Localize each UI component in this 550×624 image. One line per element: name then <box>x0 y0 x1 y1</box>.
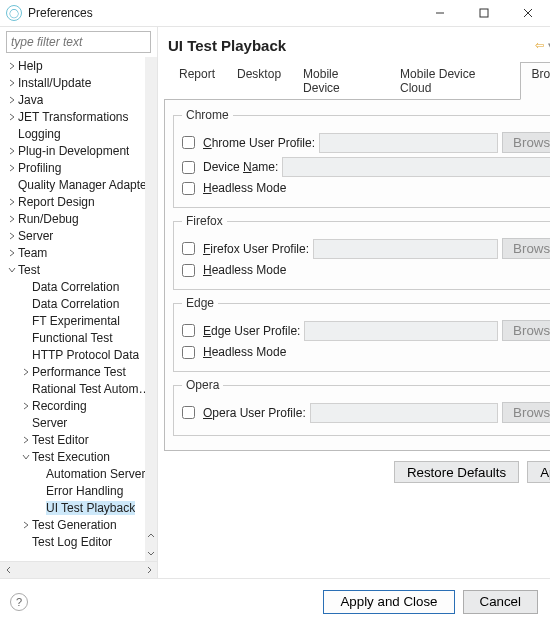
tree-item-label: Server <box>32 416 67 430</box>
browse-button-edge_profile[interactable]: Browse <box>502 320 550 341</box>
tree-item[interactable]: Team <box>2 244 157 261</box>
chevron-right-icon[interactable] <box>20 368 32 376</box>
scroll-right-icon[interactable] <box>140 562 157 579</box>
chevron-right-icon[interactable] <box>6 147 18 155</box>
minimize-button[interactable] <box>418 0 462 26</box>
tree-item[interactable]: Test Editor <box>2 431 157 448</box>
tree-item[interactable]: FT Experimental <box>2 312 157 329</box>
input-chrome_profile[interactable] <box>319 133 498 153</box>
checkbox-chrome_headless[interactable] <box>182 182 195 195</box>
checkbox-chrome_device[interactable] <box>182 161 195 174</box>
chevron-right-icon[interactable] <box>6 249 18 257</box>
tab-report[interactable]: Report <box>168 62 226 100</box>
group-firefox: FirefoxFirefox User Profile:BrowseHeadle… <box>173 214 550 290</box>
tree-item[interactable]: Logging <box>2 125 157 142</box>
tree-item[interactable]: Help <box>2 57 157 74</box>
chevron-right-icon[interactable] <box>20 402 32 410</box>
browse-button-ff_profile[interactable]: Browse <box>502 238 550 259</box>
input-ff_profile[interactable] <box>313 239 498 259</box>
tree-item-label: Server <box>18 229 53 243</box>
input-chrome_device[interactable] <box>282 157 550 177</box>
tree-item[interactable]: Install/Update <box>2 74 157 91</box>
back-icon[interactable]: ⇦ <box>535 39 544 52</box>
tree-item-label: Test Execution <box>32 450 110 464</box>
tree-item[interactable]: Data Correlation <box>2 295 157 312</box>
chevron-right-icon[interactable] <box>6 113 18 121</box>
chevron-right-icon[interactable] <box>6 96 18 104</box>
tree-item-label: Test Log Editor <box>32 535 112 549</box>
chevron-right-icon[interactable] <box>6 198 18 206</box>
tree-item[interactable]: Test Generation <box>2 516 157 533</box>
apply-and-close-button[interactable]: Apply and Close <box>323 590 454 614</box>
tree-item[interactable]: Data Correlation <box>2 278 157 295</box>
setting-label: Opera User Profile: <box>203 406 306 420</box>
tree-item[interactable]: UI Test Playback <box>2 499 157 516</box>
tree-item[interactable]: Automation Server <box>2 465 157 482</box>
tree-vertical-scrollbar[interactable] <box>145 57 157 561</box>
header-nav-buttons: ⇦ ▾ ⇨ ▾ ▾ <box>535 39 551 52</box>
tree-item[interactable]: Test Log Editor <box>2 533 157 550</box>
browse-button-chrome_profile[interactable]: Browse <box>502 132 550 153</box>
close-button[interactable] <box>506 0 550 26</box>
chevron-right-icon[interactable] <box>6 215 18 223</box>
tab-browser[interactable]: Browser <box>520 62 550 100</box>
setting-label: Headless Mode <box>203 345 286 359</box>
checkbox-ff_headless[interactable] <box>182 264 195 277</box>
chevron-down-icon[interactable] <box>6 266 18 274</box>
browse-button-opera_profile[interactable]: Browse <box>502 402 550 423</box>
preferences-tree[interactable]: HelpInstall/UpdateJavaJET Transformation… <box>0 57 157 561</box>
apply-button[interactable]: Apply <box>527 461 550 483</box>
main-panel: UI Test Playback ⇦ ▾ ⇨ ▾ ▾ ReportDesktop… <box>158 27 550 578</box>
tree-item[interactable]: Test Execution <box>2 448 157 465</box>
tree-item[interactable]: Error Handling <box>2 482 157 499</box>
tree-item[interactable]: Plug-in Development <box>2 142 157 159</box>
checkbox-chrome_profile[interactable] <box>182 136 195 149</box>
tree-item[interactable]: HTTP Protocol Data <box>2 346 157 363</box>
tree-item[interactable]: Rational Test Automation <box>2 380 157 397</box>
chevron-right-icon[interactable] <box>6 232 18 240</box>
tree-item[interactable]: Test <box>2 261 157 278</box>
chevron-right-icon[interactable] <box>6 62 18 70</box>
filter-input[interactable] <box>6 31 151 53</box>
group-legend: Chrome <box>182 108 233 122</box>
checkbox-edge_profile[interactable] <box>182 324 195 337</box>
tab-bar: ReportDesktopMobile DeviceMobile Device … <box>164 62 550 100</box>
input-edge_profile[interactable] <box>304 321 498 341</box>
chevron-right-icon[interactable] <box>6 79 18 87</box>
setting-row-ff_profile: Firefox User Profile:Browse <box>182 238 550 259</box>
tree-item[interactable]: Profiling <box>2 159 157 176</box>
tree-item[interactable]: Functional Test <box>2 329 157 346</box>
tree-item-label: JET Transformations <box>18 110 128 124</box>
tree-item[interactable]: Run/Debug <box>2 210 157 227</box>
input-opera_profile[interactable] <box>310 403 498 423</box>
chevron-right-icon[interactable] <box>20 521 32 529</box>
cancel-button[interactable]: Cancel <box>463 590 539 614</box>
chevron-right-icon[interactable] <box>6 164 18 172</box>
setting-label: Device Name: <box>203 160 278 174</box>
tree-item[interactable]: Performance Test <box>2 363 157 380</box>
tree-item[interactable]: Server <box>2 414 157 431</box>
group-legend: Opera <box>182 378 223 392</box>
scroll-left-icon[interactable] <box>0 562 17 579</box>
tab-mobile-device[interactable]: Mobile Device <box>292 62 389 100</box>
tree-item-label: Java <box>18 93 43 107</box>
tree-item[interactable]: JET Transformations <box>2 108 157 125</box>
tree-item[interactable]: Quality Manager Adapter <box>2 176 157 193</box>
checkbox-edge_headless[interactable] <box>182 346 195 359</box>
tab-mobile-device-cloud[interactable]: Mobile Device Cloud <box>389 62 520 100</box>
tree-item[interactable]: Recording <box>2 397 157 414</box>
tree-item[interactable]: Server <box>2 227 157 244</box>
chevron-right-icon[interactable] <box>20 436 32 444</box>
svg-rect-1 <box>480 9 488 17</box>
tree-item[interactable]: Report Design <box>2 193 157 210</box>
checkbox-opera_profile[interactable] <box>182 406 195 419</box>
chevron-down-icon[interactable] <box>20 453 32 461</box>
tree-item[interactable]: Java <box>2 91 157 108</box>
window-title: Preferences <box>28 6 93 20</box>
help-icon[interactable]: ? <box>10 593 28 611</box>
maximize-button[interactable] <box>462 0 506 26</box>
tree-horizontal-scrollbar[interactable] <box>0 561 157 578</box>
checkbox-ff_profile[interactable] <box>182 242 195 255</box>
restore-defaults-button[interactable]: Restore Defaults <box>394 461 519 483</box>
tab-desktop[interactable]: Desktop <box>226 62 292 100</box>
